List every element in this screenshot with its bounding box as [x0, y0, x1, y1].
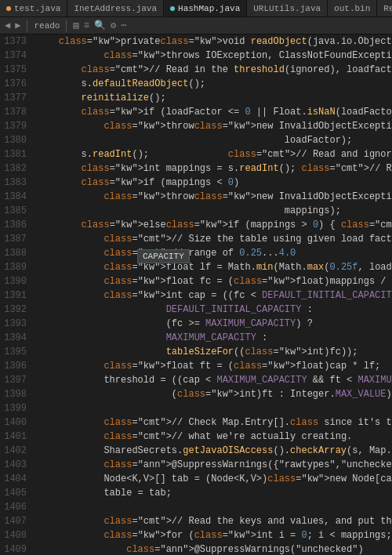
code-line: (class="kw">int)ft : Integer.MAX_VALUE); — [36, 387, 392, 401]
code-line: class="kw">float fc = (class="kw">float)… — [36, 274, 392, 288]
line-number: 1391 — [3, 288, 27, 303]
tab-test-java[interactable]: test.java — [0, 0, 67, 17]
code-text: class="ann">@SuppressWarnings — [36, 542, 290, 555]
line-number: 1394 — [3, 331, 27, 345]
code-text: table = tab; — [36, 486, 172, 500]
line-number: 1384 — [3, 190, 27, 204]
line-number: 1397 — [3, 373, 27, 387]
line-number: 1400 — [3, 415, 27, 430]
line-number: 1390 — [3, 274, 27, 288]
code-line: MAXIMUM_CAPACITY : — [36, 331, 392, 345]
code-line — [36, 401, 392, 415]
code-text: DEFAULT_INITIAL_CAPACITY : — [36, 303, 313, 317]
code-line: s.readInt(); class="cmt">// Read and ign… — [36, 147, 392, 161]
code-line: class="kw">int mappings = s.readInt(); c… — [36, 161, 392, 176]
code-line: class="cmt">// Read in the threshold(ign… — [36, 63, 392, 77]
code-line: SharedSecrets.getJavaOISAccess().checkAr… — [36, 444, 392, 458]
code-line: table = tab; — [36, 486, 392, 500]
line-number: 1404 — [3, 472, 27, 486]
code-text: tableSizeFor((class="kw">int — [36, 345, 324, 359]
code-text: class="kw">int — [36, 288, 183, 303]
tab-label: Reflection.class — [383, 4, 392, 13]
line-number: 1392 — [3, 303, 27, 317]
code-line: class="kw">float lf = Math.min(Math.max(… — [36, 260, 392, 274]
tab-label: test.java — [14, 4, 60, 13]
code-line: class="ann">@SuppressWarnings({"rawtypes… — [36, 458, 392, 472]
code-line: threshold = ((cap < MAXIMUM_CAPACITY && … — [36, 373, 392, 387]
code-line: class="kw">if (mappings < 0) — [36, 176, 392, 190]
code-text: class="kw">if — [36, 105, 154, 119]
line-number: 1389 — [3, 260, 27, 274]
tab-dot-cyan — [170, 6, 175, 11]
code-line: class="cmt">// Read the keys and values,… — [36, 514, 392, 528]
code-text: class="kw">throw — [36, 190, 194, 204]
line-number: 1406 — [3, 500, 27, 514]
code-line: class="kw">throw class="kw">new InvalidO… — [36, 190, 392, 204]
line-number: 1408 — [3, 528, 27, 542]
line-number: 1401 — [3, 430, 27, 444]
code-line — [36, 500, 392, 514]
line-number: 1385 — [3, 204, 27, 218]
line-number: 1407 — [3, 514, 27, 528]
find-icon[interactable]: 🔍 — [94, 20, 106, 31]
tab-label: URLUtils.java — [253, 4, 321, 13]
code-text: class="kw">if — [36, 176, 154, 190]
line-number: 1387 — [3, 232, 27, 246]
tab-reflection-class[interactable]: Reflection.class — [377, 0, 392, 17]
code-text: MAXIMUM_CAPACITY : — [36, 331, 267, 345]
toggle-icon[interactable]: ▤ — [73, 20, 78, 31]
line-number: 1402 — [3, 444, 27, 458]
code-text: class="cmt">// range of 0.25...4.0 — [36, 246, 296, 260]
code-text: s.readInt(); class="cmt">// Read and ign… — [36, 147, 392, 161]
line-number: 1398 — [3, 387, 27, 401]
line-numbers: 1373137413751376137713781379138013811382… — [0, 34, 31, 555]
code-line: class="kw">throw class="kw">new InvalidO… — [36, 119, 392, 133]
code-line: class="kw">if (loadFactor <= 0 || Float.… — [36, 105, 392, 119]
code-text: loadFactor); — [36, 133, 352, 147]
toolbar: ◀ ▶ reado ▤ ≡ 🔍 ⚙ ⋯ — [0, 17, 392, 34]
tab-urlutils-java[interactable]: URLUtils.java — [247, 0, 328, 17]
code-line: class="ann">@SuppressWarnings("unchecked… — [36, 542, 392, 555]
settings-icon[interactable]: ⚙ — [111, 20, 116, 31]
tab-bar[interactable]: test.java InetAddress.java HashMap.java … — [0, 0, 392, 17]
forward-icon[interactable]: ▶ — [15, 20, 20, 31]
code-text: class="cmt">// Read the keys and values,… — [36, 514, 392, 528]
code-text: class="kw">throws — [36, 49, 200, 63]
code-text: class="kw">float — [36, 260, 194, 274]
code-text: class="kw">int — [36, 161, 160, 176]
code-line: s.defaultReadObject(); — [36, 77, 392, 91]
line-number: 1395 — [3, 345, 27, 359]
code-content[interactable]: class="kw">private class="kw">void readO… — [31, 34, 392, 555]
tab-hashmap-java[interactable]: HashMap.java — [164, 0, 247, 17]
code-line: Node<K,V>[] tab = (Node<K,V>)class="kw">… — [36, 472, 392, 486]
code-text: class="kw">else — [36, 218, 166, 232]
code-line: class="kw">int cap = ((fc < DEFAULT_INIT… — [36, 288, 392, 303]
line-number: 1393 — [3, 317, 27, 331]
code-line: class="cmt">// Size the table using give… — [36, 232, 392, 246]
layout-icon[interactable]: ⋯ — [121, 20, 126, 31]
line-number: 1377 — [3, 91, 27, 105]
code-line: mappings); — [36, 204, 392, 218]
tab-inetaddress-java[interactable]: InetAddress.java — [67, 0, 164, 17]
code-text: class="kw">private — [36, 34, 160, 49]
line-number: 1399 — [3, 401, 27, 415]
code-line: reinitialize(); — [36, 91, 392, 105]
code-text: class="kw">float — [36, 274, 194, 288]
tab-out-bin[interactable]: out.bin — [328, 0, 377, 17]
code-text: class="ann">@SuppressWarnings — [36, 458, 267, 472]
line-number: 1380 — [3, 133, 27, 147]
line-number: 1378 — [3, 105, 27, 119]
code-area: 1373137413751376137713781379138013811382… — [0, 34, 392, 555]
code-text: class="cmt">// what we're actually creat… — [36, 430, 352, 444]
tab-label: InetAddress.java — [74, 4, 157, 13]
line-number: 1388 — [3, 246, 27, 260]
code-text: class="cmt">// Read in the threshold(ign… — [36, 63, 392, 77]
back-icon[interactable]: ◀ — [5, 20, 10, 31]
code-text: (class="kw">int — [36, 387, 256, 401]
code-line: class="cmt">// range of 0.25...4.0 — [36, 246, 392, 260]
line-number: 1375 — [3, 63, 27, 77]
code-text: SharedSecrets.getJavaOISAccess().checkAr… — [36, 444, 392, 458]
structure-icon[interactable]: ≡ — [84, 20, 89, 31]
code-line: DEFAULT_INITIAL_CAPACITY : — [36, 303, 392, 317]
line-number: 1405 — [3, 486, 27, 500]
